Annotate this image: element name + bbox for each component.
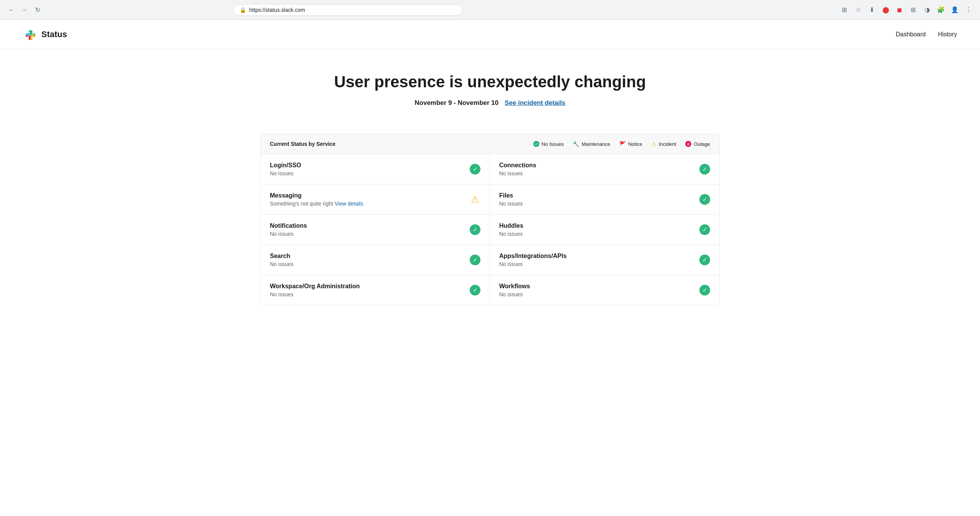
service-status-files: No issues bbox=[499, 201, 523, 207]
main-nav: Dashboard History bbox=[896, 31, 957, 38]
page-content: Status Dashboard History User presence i… bbox=[0, 20, 980, 516]
status-icon-huddles: ✓ bbox=[699, 224, 710, 235]
browser-actions: ⊞ ☆ ⬇ ⬤ ◼ ⊞ ◑ 🧩 👤 ⋮ bbox=[839, 5, 974, 15]
status-icon-workspace: ✓ bbox=[470, 285, 480, 296]
address-bar[interactable]: 🔒 https://status.slack.com bbox=[233, 4, 463, 16]
service-row-huddles: Huddles No issues ✓ bbox=[490, 215, 719, 245]
status-icon-apps: ✓ bbox=[699, 255, 710, 265]
hero-section: User presence is unexpectedly changing N… bbox=[0, 49, 980, 122]
service-row-notifications: ➔ Notifications No issues ✓ bbox=[261, 215, 490, 245]
service-row-workspace: Workspace/Org Administration No issues ✓ bbox=[261, 275, 490, 305]
service-status-notifications: No issues bbox=[270, 231, 307, 237]
legend-outage-label: Outage bbox=[694, 141, 710, 147]
status-icon-files: ✓ bbox=[699, 194, 710, 205]
service-name-search: Search bbox=[270, 253, 293, 260]
service-name-login-sso: Login/SSO bbox=[270, 162, 301, 169]
service-status-login-sso: No issues bbox=[270, 170, 301, 176]
slack-logo-icon bbox=[23, 28, 37, 41]
service-status-apps: No issues bbox=[499, 261, 567, 267]
hero-title: User presence is unexpectedly changing bbox=[15, 72, 965, 91]
security-icon: 🔒 bbox=[240, 7, 246, 13]
service-info-notifications: Notifications No issues bbox=[270, 222, 307, 237]
status-table-title: Current Status by Service bbox=[270, 141, 335, 147]
site-header: Status Dashboard History bbox=[0, 20, 980, 49]
legend-no-issues: ✓ No Issues bbox=[533, 141, 564, 147]
legend: ✓ No Issues 🔧 Maintenance 🚩 Notice ⚠ Inc… bbox=[533, 141, 710, 147]
service-name-huddles: Huddles bbox=[499, 222, 523, 229]
extension2-button[interactable]: ⊞ bbox=[908, 5, 919, 15]
notice-icon: 🚩 bbox=[619, 141, 626, 147]
status-section: Current Status by Service ✓ No Issues 🔧 … bbox=[245, 134, 735, 305]
forward-button[interactable]: → bbox=[19, 5, 30, 15]
service-name-workspace: Workspace/Org Administration bbox=[270, 283, 360, 290]
extension3-button[interactable]: ◑ bbox=[922, 5, 933, 15]
extensions-button[interactable]: ⊞ bbox=[839, 5, 850, 15]
service-row-messaging: ➔ Messaging Something's not quite right … bbox=[261, 185, 490, 215]
service-status-workflows: No issues bbox=[499, 291, 530, 297]
service-status-search: No issues bbox=[270, 261, 293, 267]
legend-incident-label: Incident bbox=[659, 141, 676, 147]
service-info-files: Files No issues bbox=[499, 192, 523, 207]
logo-area: Status bbox=[23, 28, 67, 41]
service-info-huddles: Huddles No issues bbox=[499, 222, 523, 237]
service-row-search: Search No issues ✓ bbox=[261, 245, 490, 275]
service-row-login-sso: Login/SSO No issues ✓ bbox=[261, 154, 490, 185]
status-icon-workflows: ✓ bbox=[699, 285, 710, 296]
legend-incident: ⚠ Incident bbox=[652, 141, 676, 147]
service-info-login-sso: Login/SSO No issues bbox=[270, 162, 301, 176]
browser-chrome: ← → ↻ 🔒 https://status.slack.com ⊞ ☆ ⬇ ⬤… bbox=[0, 0, 980, 20]
dashboard-nav-link[interactable]: Dashboard bbox=[896, 31, 926, 38]
service-name-apps: Apps/Integrations/APIs bbox=[499, 253, 567, 260]
service-row-connections: Connections No issues ✓ bbox=[490, 154, 719, 185]
service-info-connections: Connections No issues bbox=[499, 162, 536, 176]
service-row-files: Files No issues ✓ bbox=[490, 185, 719, 215]
url-display: https://status.slack.com bbox=[249, 7, 456, 13]
no-issues-icon: ✓ bbox=[533, 141, 539, 147]
service-info-search: Search No issues bbox=[270, 253, 293, 267]
messaging-view-details-link[interactable]: View details bbox=[335, 201, 363, 207]
extensions-puzzle-button[interactable]: 🧩 bbox=[936, 5, 946, 15]
legend-notice-label: Notice bbox=[628, 141, 642, 147]
extension1-button[interactable]: ◼ bbox=[894, 5, 905, 15]
service-status-huddles: No issues bbox=[499, 231, 523, 237]
status-icon-login-sso: ✓ bbox=[470, 164, 480, 175]
status-table-header: Current Status by Service ✓ No Issues 🔧 … bbox=[261, 134, 719, 154]
status-icon-notifications: ✓ bbox=[470, 224, 480, 235]
reload-button[interactable]: ↻ bbox=[32, 5, 43, 15]
maintenance-icon: 🔧 bbox=[573, 141, 579, 147]
outage-icon: ⊘ bbox=[685, 141, 691, 147]
legend-maintenance-label: Maintenance bbox=[581, 141, 610, 147]
status-icon-search: ✓ bbox=[470, 255, 480, 265]
adblocker-button[interactable]: ⬤ bbox=[880, 5, 891, 15]
legend-no-issues-label: No Issues bbox=[542, 141, 564, 147]
status-icon-connections: ✓ bbox=[699, 164, 710, 175]
service-status-connections: No issues bbox=[499, 170, 536, 176]
services-grid: Login/SSO No issues ✓ Connections No iss… bbox=[261, 154, 719, 305]
history-nav-link[interactable]: History bbox=[938, 31, 957, 38]
bookmark-button[interactable]: ☆ bbox=[853, 5, 864, 15]
legend-outage: ⊘ Outage bbox=[685, 141, 710, 147]
service-info-messaging: Messaging Something's not quite right Vi… bbox=[270, 192, 363, 207]
status-icon-messaging: ⚠ bbox=[470, 194, 480, 205]
hero-date: November 9 - November 10 bbox=[415, 99, 498, 107]
download-button[interactable]: ⬇ bbox=[867, 5, 877, 15]
hero-date-row: November 9 - November 10 See incident de… bbox=[15, 99, 965, 107]
service-name-files: Files bbox=[499, 192, 523, 199]
service-name-workflows: Workflows bbox=[499, 283, 530, 290]
site-title: Status bbox=[41, 29, 67, 39]
incident-details-link[interactable]: See incident details bbox=[505, 99, 565, 107]
profile-button[interactable]: 👤 bbox=[949, 5, 960, 15]
service-info-apps: Apps/Integrations/APIs No issues bbox=[499, 253, 567, 267]
service-status-messaging: Something's not quite right View details bbox=[270, 201, 363, 207]
service-name-connections: Connections bbox=[499, 162, 536, 169]
browser-nav-buttons: ← → ↻ bbox=[6, 5, 43, 15]
legend-maintenance: 🔧 Maintenance bbox=[573, 141, 610, 147]
service-row-workflows: Workflows No issues ✓ bbox=[490, 275, 719, 305]
back-button[interactable]: ← bbox=[6, 5, 17, 15]
service-name-notifications: Notifications bbox=[270, 222, 307, 229]
legend-notice: 🚩 Notice bbox=[619, 141, 642, 147]
service-info-workspace: Workspace/Org Administration No issues bbox=[270, 283, 360, 297]
status-table: Current Status by Service ✓ No Issues 🔧 … bbox=[260, 134, 720, 305]
menu-button[interactable]: ⋮ bbox=[963, 5, 974, 15]
service-row-apps: Apps/Integrations/APIs No issues ✓ bbox=[490, 245, 719, 275]
